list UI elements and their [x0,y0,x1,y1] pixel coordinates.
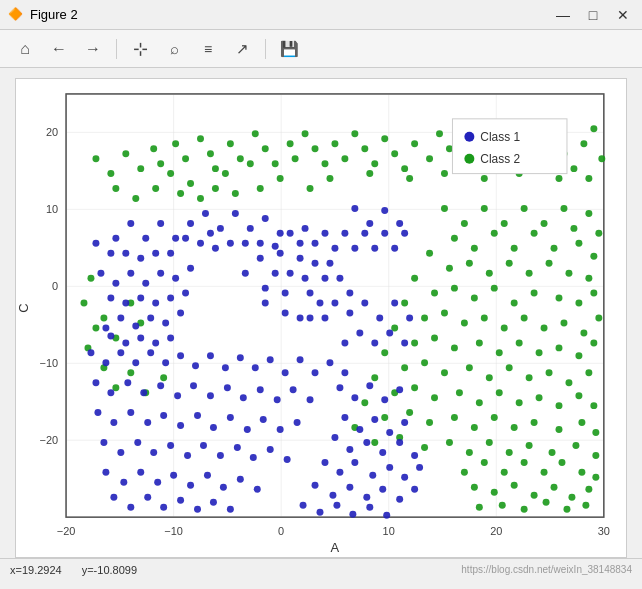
svg-text:0: 0 [278,525,284,537]
svg-point-433 [411,486,418,493]
svg-point-88 [406,175,413,182]
legend-class2-label: Class 2 [480,152,520,166]
pan-button[interactable]: ⊹ [125,35,155,63]
svg-point-345 [326,359,333,366]
svg-point-209 [491,489,498,496]
svg-point-246 [326,260,333,267]
svg-point-442 [381,207,388,214]
svg-point-189 [371,439,378,446]
svg-point-182 [491,414,498,421]
svg-point-222 [81,300,88,307]
svg-point-197 [549,449,556,456]
svg-point-205 [559,459,566,466]
svg-point-316 [137,334,144,341]
svg-point-262 [277,230,284,237]
svg-point-380 [200,442,207,449]
svg-point-156 [441,369,448,376]
title-left: 🔶 Figure 2 [8,7,78,23]
svg-point-84 [257,185,264,192]
svg-point-79 [152,185,159,192]
svg-point-158 [486,374,493,381]
svg-point-260 [247,225,254,232]
svg-point-268 [207,230,214,237]
svg-point-77 [112,185,119,192]
svg-point-402 [210,499,217,506]
settings-button[interactable]: ≡ [193,35,223,63]
app-icon: 🔶 [8,7,24,23]
svg-point-436 [333,502,340,509]
svg-point-359 [290,386,297,393]
svg-text:0: 0 [52,280,58,292]
edit-curves-button[interactable]: ↗ [227,35,257,63]
svg-point-256 [187,220,194,227]
back-button[interactable]: ← [44,35,74,63]
svg-point-123 [451,285,458,292]
svg-point-186 [578,419,585,426]
svg-text:10: 10 [46,203,58,215]
svg-point-99 [541,220,548,227]
minimize-button[interactable]: — [552,4,574,26]
zoom-button[interactable]: ⌕ [159,35,189,63]
svg-point-266 [197,240,204,247]
svg-point-241 [282,290,289,297]
svg-point-349 [124,379,131,386]
svg-point-220 [582,502,589,509]
svg-point-387 [120,479,127,486]
svg-point-199 [592,452,599,459]
svg-point-420 [321,459,328,466]
svg-point-391 [187,482,194,489]
svg-point-360 [307,396,314,403]
svg-point-285 [127,220,134,227]
home-button[interactable]: ⌂ [10,35,40,63]
svg-point-219 [563,506,570,513]
svg-point-118 [546,260,553,267]
svg-point-333 [147,349,154,356]
svg-point-350 [140,389,147,396]
svg-point-112 [426,250,433,257]
svg-point-379 [184,452,191,459]
svg-point-96 [481,205,488,212]
svg-point-194 [486,439,493,446]
svg-point-134 [461,319,468,326]
svg-point-287 [157,220,164,227]
svg-point-269 [242,240,249,247]
svg-point-39 [222,170,229,177]
svg-point-297 [157,270,164,277]
svg-text:−10: −10 [164,525,183,537]
plot-container: 20 10 0 −10 −20 −20 −10 0 10 20 30 A C [15,78,627,558]
svg-point-248 [346,290,353,297]
svg-point-192 [446,439,453,446]
svg-point-154 [401,364,408,371]
svg-point-28 [150,145,157,152]
close-button[interactable]: ✕ [612,4,634,26]
save-button[interactable]: 💾 [274,35,304,63]
svg-point-407 [381,396,388,403]
svg-point-218 [543,499,550,506]
svg-point-131 [401,300,408,307]
svg-point-85 [307,185,314,192]
forward-button[interactable]: → [78,35,108,63]
svg-point-441 [366,220,373,227]
svg-point-299 [127,270,134,277]
svg-point-176 [361,399,368,406]
svg-point-153 [381,349,388,356]
svg-point-143 [411,339,418,346]
svg-point-30 [172,140,179,147]
svg-point-323 [406,315,413,322]
svg-point-210 [511,482,518,489]
maximize-button[interactable]: □ [582,4,604,26]
svg-point-149 [536,349,543,356]
svg-point-362 [110,419,117,426]
svg-point-403 [227,506,234,513]
svg-point-289 [167,250,174,257]
svg-point-239 [287,270,294,277]
svg-point-195 [506,449,513,456]
svg-point-284 [112,235,119,242]
svg-point-157 [466,364,473,371]
svg-point-136 [501,324,508,331]
svg-point-164 [371,374,378,381]
svg-point-106 [491,230,498,237]
svg-point-55 [381,135,388,142]
svg-point-439 [383,512,390,519]
svg-point-317 [122,339,129,346]
